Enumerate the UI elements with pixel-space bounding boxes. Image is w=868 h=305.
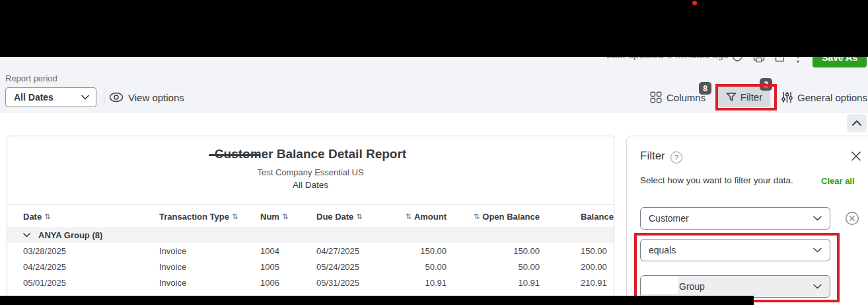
title-strike-artifact [209,154,260,156]
sort-icon: ⇅ [406,212,412,221]
cell-date: 04/24/2025 [7,262,154,272]
quickbooks-report-screen: Last updated 6 minutes ago Save As Repor… [0,0,868,305]
cell-num: 1005 [255,262,311,272]
view-options-label: View options [128,92,184,103]
cell-num: 1004 [255,246,311,256]
collapse-toolbar-button[interactable] [847,114,867,132]
cell-amount: 150.00 [377,246,447,256]
column-header-date[interactable]: Date⇅ [7,212,154,222]
column-header-balance[interactable]: Balance [540,212,614,222]
cell-transaction-type: Invoice [154,278,255,288]
columns-button[interactable]: Columns [650,91,705,103]
cell-amount: 10.91 [377,278,447,288]
filter-condition-value: equals [649,245,676,255]
group-chevron-down-icon [23,233,30,238]
cell-transaction-type: Invoice [154,262,255,272]
table-row[interactable]: 04/24/2025 Invoice 1005 05/24/2025 50.00… [7,259,614,275]
report-period-label: Report period [5,73,57,83]
filter-label: Filter [741,91,762,103]
cell-balance: 150.00 [540,246,614,256]
table-row[interactable]: 05/01/2025 Invoice 1006 05/31/2025 10.91… [7,275,614,290]
sort-icon: ⇅ [232,212,238,221]
table-header-row: Date⇅ Transaction Type⇅ Num⇅ Due Date⇅ ⇅… [7,204,614,228]
group-label: ANYA Group (8) [38,230,102,240]
report-company: Test Company Essential US [7,167,614,177]
filter-condition-select[interactable]: equals [640,239,830,261]
sliders-icon [781,91,793,103]
filter-field-select[interactable]: Customer [640,207,830,230]
cell-transaction-type: Invoice [154,246,255,256]
remove-filter-icon[interactable] [845,211,859,226]
chevron-down-icon [81,95,89,100]
column-header-num[interactable]: Num⇅ [255,212,311,222]
report-card: Customer Balance Detail Report Test Comp… [7,136,614,305]
table-row[interactable]: 03/28/2025 Invoice 1004 04/27/2025 150.0… [7,243,614,259]
cell-balance: 200.00 [540,262,614,272]
filter-funnel-icon [726,92,737,103]
column-header-open-balance[interactable]: ⇅Open Balance [447,212,540,222]
chevron-up-icon [852,120,861,126]
cell-date: 05/01/2025 [7,278,154,288]
columns-count-badge: 8 [699,82,711,95]
chevron-down-icon [813,284,822,289]
columns-grid-icon [650,91,662,103]
cell-amount: 50.00 [377,262,447,272]
group-row-anya[interactable]: ANYA Group (8) [7,227,614,243]
report-title: Customer Balance Detail Report [7,147,614,161]
cell-balance: 210.91 [540,278,614,288]
sort-icon: ⇅ [282,212,288,221]
bottom-black-bar [0,296,754,305]
sort-icon: ⇅ [474,212,480,221]
cell-open-balance: 150.00 [447,246,540,256]
column-header-due-date[interactable]: Due Date⇅ [311,212,377,222]
filter-count-badge: 2 [760,78,772,91]
column-header-transaction-type[interactable]: Transaction Type⇅ [154,212,255,222]
filter-panel: Filter ? Select how you want to filter y… [626,136,868,305]
report-period-select[interactable]: All Dates [5,87,96,107]
chevron-down-icon [813,247,822,253]
sort-icon: ⇅ [44,212,50,221]
cell-num: 1006 [255,278,311,288]
cell-open-balance: 50.00 [447,262,540,272]
cell-due-date: 05/24/2025 [311,262,377,272]
report-period-subtitle: All Dates [7,180,614,190]
close-icon[interactable] [850,150,862,162]
top-black-bar [0,0,868,57]
filter-description: Select how you want to filter your data. [640,175,793,185]
report-period-value: All Dates [14,92,54,103]
chevron-down-icon [813,216,822,221]
help-icon[interactable]: ? [670,152,682,163]
filter-value-select[interactable]: Group [640,275,830,298]
eye-icon [109,91,124,103]
cell-open-balance: 10.91 [447,278,540,288]
general-options-label: General options [797,92,867,103]
filter-panel-title: Filter [640,150,665,163]
clear-all-link[interactable]: Clear all [821,176,855,186]
filter-field-value: Customer [649,213,689,224]
general-options-button[interactable]: General options [781,91,867,103]
column-header-amount[interactable]: ⇅Amount [377,212,447,222]
cell-date: 03/28/2025 [7,246,154,256]
redaction-patch [641,277,678,294]
view-options-button[interactable]: View options [109,91,184,103]
recording-dot [692,1,697,5]
cell-due-date: 04/27/2025 [311,246,377,256]
sort-icon: ⇅ [356,212,362,221]
cell-due-date: 05/31/2025 [311,278,377,288]
toolbar-divider [104,87,104,107]
